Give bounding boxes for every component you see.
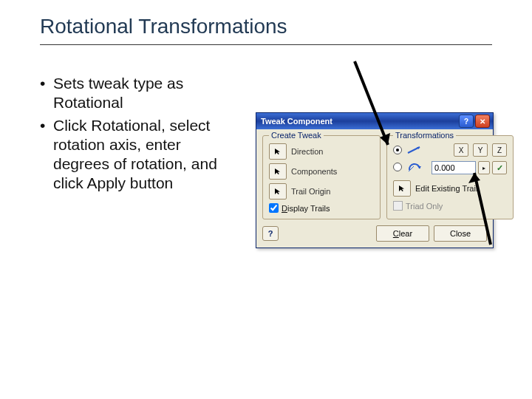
- dialog-footer: ? Clear Close: [256, 222, 493, 248]
- axis-z-button[interactable]: Z: [492, 143, 507, 157]
- rotational-icon: [406, 161, 423, 173]
- bullet-text: Sets tweak type as Rotational: [53, 74, 239, 113]
- direction-label: Direction: [291, 147, 323, 156]
- trail-origin-button[interactable]: [269, 183, 287, 200]
- axis-x-button[interactable]: X: [454, 143, 468, 157]
- clear-button[interactable]: Clear: [376, 225, 429, 242]
- components-label: Components: [291, 167, 337, 176]
- cursor-icon: [274, 148, 282, 155]
- display-trails-input[interactable]: [269, 203, 279, 213]
- display-trails-label: Display Trails: [282, 204, 330, 213]
- edit-trail-button[interactable]: [393, 180, 411, 197]
- dialog-help-button[interactable]: ?: [262, 226, 279, 241]
- bullet-dot: •: [40, 74, 53, 113]
- bullet-item: • Click Rotational, select rotation axis…: [40, 116, 239, 194]
- cursor-icon: [274, 168, 282, 175]
- triad-only-label: Triad Only: [406, 202, 443, 211]
- components-button[interactable]: [269, 163, 287, 180]
- linear-icon: [406, 145, 423, 155]
- group-legend: Transformations: [393, 131, 456, 140]
- cursor-icon: [398, 185, 406, 192]
- create-tweak-group: Create Tweak Direction Components: [262, 135, 381, 219]
- group-legend: Create Tweak: [269, 131, 324, 140]
- cursor-icon: [274, 188, 282, 195]
- bullet-item: • Sets tweak type as Rotational: [40, 74, 239, 113]
- tweak-component-dialog: Tweak Component ? ✕ Create Tweak Directi…: [256, 112, 494, 248]
- dialog-title: Tweak Component: [261, 117, 332, 126]
- slide-title: Rotational Transformations: [40, 15, 287, 38]
- trail-origin-label: Trail Origin: [291, 187, 330, 196]
- title-underline: [40, 44, 492, 45]
- window-help-button[interactable]: ?: [459, 115, 474, 128]
- apply-button[interactable]: ✓: [492, 161, 507, 174]
- dialog-titlebar[interactable]: Tweak Component ? ✕: [256, 113, 493, 129]
- bullet-dot: •: [40, 116, 53, 194]
- linear-radio[interactable]: [393, 146, 402, 154]
- rotation-value-input[interactable]: 0.000: [432, 161, 476, 174]
- window-close-button[interactable]: ✕: [475, 115, 490, 128]
- display-trails-checkbox[interactable]: Display Trails: [269, 203, 374, 213]
- triad-only-checkbox: [393, 201, 403, 211]
- transformations-group: Transformations X Y Z: [386, 135, 514, 219]
- direction-button[interactable]: [269, 143, 287, 160]
- axis-y-button[interactable]: Y: [473, 143, 488, 157]
- close-button[interactable]: Close: [434, 225, 487, 242]
- rotational-radio[interactable]: [393, 163, 402, 171]
- bullet-list: • Sets tweak type as Rotational • Click …: [40, 74, 239, 197]
- bullet-text: Click Rotational, select rotation axis, …: [53, 116, 239, 194]
- edit-trail-label: Edit Existing Trail: [415, 184, 477, 193]
- value-spinner[interactable]: ▸: [478, 161, 490, 174]
